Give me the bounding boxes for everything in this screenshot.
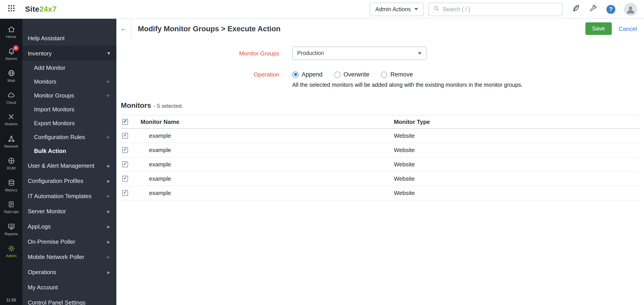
table-row: example Website <box>121 172 639 186</box>
radio-dot <box>334 71 340 78</box>
gear-icon <box>8 244 15 252</box>
metrics-stack-icon <box>8 179 15 186</box>
plus-icon[interactable] <box>106 92 110 99</box>
sidebar-item-user-alert-management[interactable]: User & Alert Management <box>22 158 116 173</box>
rail-item-rum[interactable]: RUM <box>0 152 22 174</box>
home-icon <box>8 25 15 33</box>
rail-item-admin[interactable]: Admin <box>0 240 22 262</box>
reports-chart-icon <box>8 223 15 230</box>
cancel-link[interactable]: Cancel <box>619 25 637 32</box>
chevron-down-icon <box>108 50 110 56</box>
chevron-right-icon <box>107 162 110 169</box>
rail-item-web[interactable]: Web <box>0 65 22 87</box>
feather-icon[interactable] <box>572 4 580 14</box>
sidebar-item-help-assistant[interactable]: Help Assistant <box>22 30 116 46</box>
radio-overwrite[interactable]: Overwrite <box>334 71 370 78</box>
sidebar-item-add-monitor[interactable]: Add Monitor <box>22 61 116 75</box>
rail-item-cloud[interactable]: Cloud <box>0 87 22 109</box>
select-all-checkbox[interactable] <box>122 119 128 125</box>
sidebar-item-bulk-action[interactable]: Bulk Action <box>22 144 116 158</box>
main-content: Modify Monitor Groups > Execute Action S… <box>116 19 644 305</box>
apps-grid-icon <box>7 4 16 14</box>
monitor-groups-row: Monitor Groups Production <box>116 46 644 60</box>
plus-icon[interactable] <box>106 133 110 141</box>
rail-item-reports[interactable]: Reports <box>0 218 22 240</box>
sidebar-item-operations[interactable]: Operations <box>22 264 116 280</box>
column-header-monitor-name: Monitor Name <box>134 118 393 125</box>
sidebar-item-my-account[interactable]: My Account <box>22 280 116 295</box>
monitors-section-header: Monitors - 5 selected. <box>121 101 644 110</box>
sidebar-item-server-monitor[interactable]: Server Monitor <box>22 204 116 219</box>
sidebar-item-monitors[interactable]: Monitors <box>22 75 116 88</box>
sidebar-item-configuration-rules[interactable]: Configuration Rules <box>22 130 116 144</box>
sidebar-item-inventory[interactable]: Inventory <box>22 46 116 61</box>
chevron-right-icon <box>107 269 110 275</box>
sidebar-item-it-automation-templates[interactable]: IT Automation Templates <box>22 188 116 204</box>
topbar: Site24x7 Admin Actions <box>0 0 644 19</box>
plus-icon[interactable] <box>106 253 110 261</box>
wrench-icon[interactable] <box>589 4 598 14</box>
search-input[interactable] <box>442 6 558 12</box>
plus-icon[interactable] <box>106 192 110 200</box>
monitor-name-cell: example <box>134 190 393 196</box>
radio-append[interactable]: Append <box>292 71 322 78</box>
network-nodes-icon <box>8 135 15 142</box>
page-header: Modify Monitor Groups > Execute Action S… <box>116 19 644 38</box>
sidebar: Help Assistant Inventory Add Monitor Mon… <box>22 19 116 305</box>
monitor-name-cell: example <box>134 161 393 168</box>
site24x7-logo[interactable]: Site24x7 <box>25 5 56 14</box>
admin-actions-dropdown[interactable]: Admin Actions <box>370 2 424 16</box>
rail-item-metrics[interactable]: Metrics <box>0 174 22 196</box>
sidebar-item-configuration-profiles[interactable]: Configuration Profiles <box>22 173 116 188</box>
chevron-right-icon <box>107 208 110 214</box>
sidebar-item-applogs[interactable]: AppLogs <box>22 219 116 234</box>
sidebar-item-on-premise-poller[interactable]: On-Premise Poller <box>22 234 116 249</box>
radio-remove[interactable]: Remove <box>381 71 413 78</box>
rail-item-nutanix[interactable]: Nutanix <box>0 109 22 131</box>
logo-24x7: 24x7 <box>40 5 56 13</box>
table-row: example Website <box>121 157 639 172</box>
save-button[interactable]: Save <box>585 22 612 35</box>
sidebar-item-export-monitors[interactable]: Export Monitors <box>22 116 116 130</box>
back-button[interactable] <box>116 19 132 38</box>
monitor-type-cell: Website <box>393 147 639 153</box>
radio-dot <box>292 71 298 78</box>
rail-item-network[interactable]: Network <box>0 131 22 152</box>
monitor-name-cell: example <box>134 147 393 153</box>
monitors-title: Monitors <box>121 101 151 110</box>
sidebar-item-import-monitors[interactable]: Import Monitors <box>22 102 116 116</box>
sidebar-item-monitor-groups[interactable]: Monitor Groups <box>22 88 116 102</box>
monitor-name-cell: example <box>134 132 393 139</box>
cloud-icon <box>7 91 15 99</box>
table-row: example Website <box>121 186 639 200</box>
admin-actions-label: Admin Actions <box>376 6 411 12</box>
row-checkbox[interactable] <box>122 176 128 182</box>
rail-item-applogs[interactable]: AppLogs <box>0 196 22 218</box>
operation-label: Operation <box>116 71 279 78</box>
sidebar-item-control-panel-settings[interactable]: Control Panel Settings <box>22 295 116 305</box>
row-checkbox[interactable] <box>122 133 128 139</box>
help-icon[interactable] <box>606 5 615 14</box>
plus-icon[interactable] <box>106 78 110 85</box>
rail-item-home[interactable]: Home <box>0 21 22 43</box>
monitor-type-cell: Website <box>393 132 639 139</box>
monitor-type-cell: Website <box>393 175 639 182</box>
column-header-monitor-type: Monitor Type <box>393 118 639 125</box>
sidebar-item-mobile-network-poller[interactable]: Mobile Network Poller <box>22 249 116 264</box>
apps-grid-button[interactable] <box>0 4 22 14</box>
monitor-groups-select[interactable]: Production <box>292 46 426 60</box>
icon-rail: Home 4 Alarms Web Cloud Nutanix <box>0 19 22 305</box>
row-checkbox[interactable] <box>122 190 128 196</box>
row-checkbox[interactable] <box>122 147 128 153</box>
row-checkbox[interactable] <box>122 161 128 167</box>
monitor-name-cell: example <box>134 175 393 182</box>
search-icon <box>433 5 440 13</box>
page-title: Modify Monitor Groups > Execute Action <box>138 24 280 33</box>
rail-clock: 11:55 <box>0 298 22 302</box>
bulk-action-form: Monitor Groups Production Operation Appe… <box>116 46 644 88</box>
chevron-down-icon <box>418 52 422 54</box>
rail-item-alarms[interactable]: 4 Alarms <box>0 43 22 65</box>
global-search[interactable] <box>428 2 562 16</box>
monitor-groups-selected-value: Production <box>297 50 324 56</box>
avatar[interactable] <box>624 3 637 15</box>
